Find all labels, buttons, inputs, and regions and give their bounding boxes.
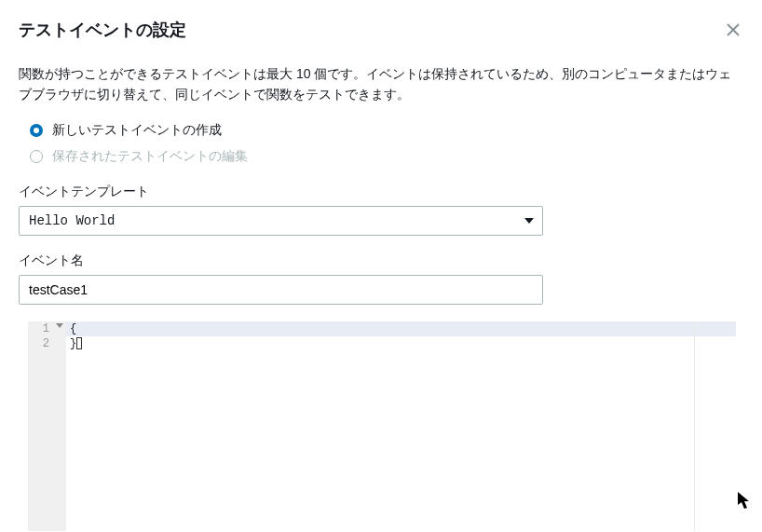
radio-unselected-icon (30, 150, 43, 163)
code-line: } (66, 336, 736, 351)
editor-code-area[interactable]: { } (66, 321, 736, 531)
event-template-field: イベントテンプレート Hello World (19, 184, 743, 236)
radio-selected-icon (30, 124, 43, 137)
dialog-title: テストイベントの設定 (19, 19, 186, 41)
gutter-line: 1 (28, 321, 66, 336)
json-editor[interactable]: 1 2 { } (28, 321, 736, 531)
radio-create-label: 新しいテストイベントの作成 (52, 122, 222, 139)
event-name-input[interactable] (19, 275, 543, 305)
code-line: { (66, 321, 736, 336)
editor-gutter: 1 2 (28, 321, 66, 531)
close-icon (727, 23, 740, 36)
event-name-field: イベント名 (19, 252, 743, 305)
editor-cursor (76, 337, 82, 349)
configure-test-event-dialog: テストイベントの設定 関数が持つことができるテストイベントは最大 10 個です。… (0, 0, 762, 531)
radio-edit-saved[interactable]: 保存されたテストイベントの編集 (30, 148, 743, 165)
radio-edit-label: 保存されたテストイベントの編集 (52, 148, 248, 165)
event-template-label: イベントテンプレート (19, 184, 743, 200)
dialog-description: 関数が持つことができるテストイベントは最大 10 個です。イベントは保持されてい… (19, 63, 743, 105)
radio-create-new[interactable]: 新しいテストイベントの作成 (30, 122, 743, 139)
line-number: 1 (43, 322, 49, 335)
event-template-select[interactable]: Hello World (19, 206, 543, 236)
event-mode-radio-group: 新しいテストイベントの作成 保存されたテストイベントの編集 (19, 122, 743, 165)
line-number: 2 (43, 337, 49, 350)
close-button[interactable] (723, 19, 743, 43)
event-template-value: Hello World (19, 206, 543, 236)
dialog-header: テストイベントの設定 (19, 19, 743, 43)
editor-print-margin (694, 321, 695, 531)
gutter-line: 2 (28, 336, 66, 351)
fold-arrow-icon[interactable] (56, 323, 63, 328)
code-text: } (70, 337, 76, 350)
event-name-label: イベント名 (19, 252, 743, 269)
